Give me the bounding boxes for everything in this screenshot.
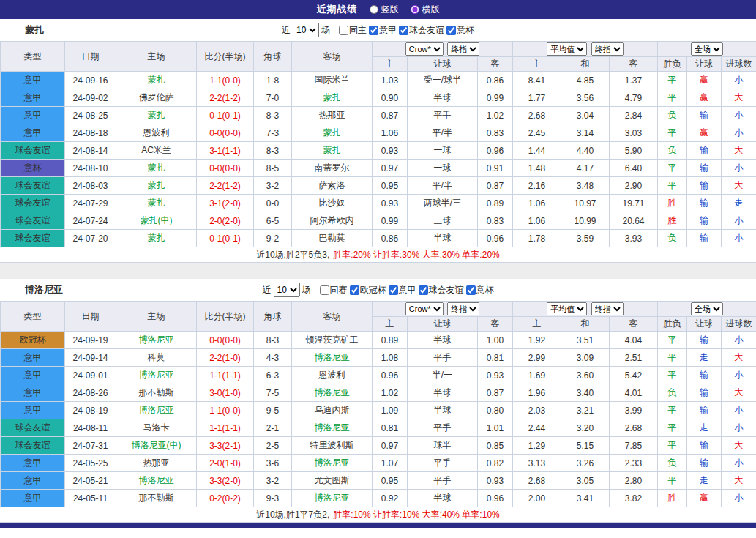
- match-score[interactable]: 3-1(2-0): [197, 195, 254, 212]
- outcome-result: 平: [658, 332, 687, 349]
- away-team[interactable]: 恩波利: [292, 367, 373, 384]
- away-team[interactable]: 博洛尼亚: [292, 455, 373, 472]
- match-score[interactable]: 2-0(2-0): [197, 212, 254, 230]
- home-team[interactable]: 蒙扎: [116, 107, 197, 124]
- away-team[interactable]: 乌迪内斯: [292, 402, 373, 419]
- away-team[interactable]: 博洛尼亚: [292, 490, 373, 507]
- serie-a-checkbox[interactable]: [369, 26, 378, 35]
- home-team[interactable]: 蒙扎(中): [116, 212, 197, 230]
- match-score[interactable]: 2-2(1-0): [197, 349, 254, 367]
- view-horizontal-input[interactable]: [411, 5, 419, 14]
- col-score: 比分(半场): [197, 302, 254, 332]
- away-team[interactable]: 博洛尼亚: [292, 419, 373, 437]
- away-team[interactable]: 阿尔希欧内: [292, 212, 373, 230]
- avg-stage-select[interactable]: 终指: [591, 302, 624, 315]
- away-team[interactable]: 热那亚: [292, 107, 373, 124]
- away-team[interactable]: 比沙奴: [292, 195, 373, 212]
- goals-result: 小: [722, 212, 756, 230]
- away-team[interactable]: 南蒂罗尔: [292, 160, 373, 177]
- home-team[interactable]: 佛罗伦萨: [116, 89, 197, 107]
- corner-score: 6-5: [254, 212, 292, 230]
- italy-cup-checkbox[interactable]: [446, 26, 456, 35]
- home-team[interactable]: AC米兰: [116, 142, 197, 160]
- serie-a-checkbox[interactable]: [389, 285, 398, 295]
- serie-a-filter[interactable]: 意甲: [369, 24, 397, 37]
- away-team[interactable]: 蒙扎: [292, 124, 373, 142]
- same-home-checkbox[interactable]: [339, 26, 348, 35]
- away-team[interactable]: 尤文图斯: [292, 472, 373, 490]
- avg-stage-select[interactable]: 终指: [591, 42, 624, 56]
- club-friendly-checkbox[interactable]: [419, 285, 428, 295]
- match-count-select[interactable]: 10: [274, 283, 300, 297]
- match-score[interactable]: 2-2(1-2): [197, 89, 254, 107]
- fulltime-select[interactable]: 全场: [691, 302, 723, 315]
- match-score[interactable]: 0-0(0-0): [197, 160, 254, 177]
- avg-select[interactable]: 平均值: [547, 302, 587, 315]
- home-team[interactable]: 博洛尼亚: [116, 402, 197, 419]
- home-team[interactable]: 博洛尼亚: [116, 332, 197, 349]
- same-competition-filter[interactable]: 同赛: [320, 284, 348, 296]
- home-team[interactable]: 那不勒斯: [116, 384, 197, 402]
- home-team[interactable]: 恩波利: [116, 124, 197, 142]
- away-team[interactable]: 特里波利斯: [292, 437, 373, 455]
- odds-stage-select[interactable]: 终指: [447, 42, 479, 56]
- italy-cup-checkbox[interactable]: [466, 285, 476, 295]
- home-team[interactable]: 博洛尼亚: [116, 367, 197, 384]
- home-team[interactable]: 博洛尼亚(中): [116, 437, 197, 455]
- match-score[interactable]: 3-3(2-0): [197, 472, 254, 490]
- view-vertical-option[interactable]: 竖版: [370, 4, 399, 16]
- odds-stage-select[interactable]: 终指: [447, 302, 479, 315]
- avg-select[interactable]: 平均值: [547, 42, 587, 56]
- away-team[interactable]: 国际米兰: [292, 72, 373, 89]
- home-team[interactable]: 蒙扎: [116, 72, 197, 89]
- match-score[interactable]: 1-1(0-0): [197, 72, 254, 89]
- away-team[interactable]: 顿涅茨克矿工: [292, 332, 373, 349]
- club-friendly-filter[interactable]: 球会友谊: [419, 284, 464, 296]
- away-team[interactable]: 蒙扎: [292, 89, 373, 107]
- outcome-result: 平: [658, 349, 687, 367]
- match-count-select[interactable]: 10: [293, 23, 319, 37]
- match-score[interactable]: 0-0(0-0): [197, 332, 254, 349]
- bookmaker-select[interactable]: Crow*: [405, 42, 444, 56]
- match-score[interactable]: 3-3(2-1): [197, 437, 254, 455]
- away-team[interactable]: 蒙扎: [292, 142, 373, 160]
- match-score[interactable]: 0-1(0-1): [197, 107, 254, 124]
- home-team[interactable]: 热那亚: [116, 455, 197, 472]
- match-score[interactable]: 0-1(0-1): [197, 230, 254, 247]
- away-team[interactable]: 萨索洛: [292, 177, 373, 195]
- italy-cup-filter[interactable]: 意杯: [466, 284, 494, 296]
- home-team[interactable]: 科莫: [116, 349, 197, 367]
- match-score[interactable]: 2-0(1-0): [197, 455, 254, 472]
- same-home-filter[interactable]: 同主: [339, 24, 367, 37]
- champions-league-filter[interactable]: 欧冠杯: [350, 284, 386, 296]
- fulltime-select[interactable]: 全场: [691, 42, 723, 56]
- serie-a-filter[interactable]: 意甲: [389, 284, 416, 296]
- view-vertical-input[interactable]: [370, 5, 378, 14]
- away-team[interactable]: 博洛尼亚: [292, 349, 373, 367]
- home-team[interactable]: 蒙扎: [116, 195, 197, 212]
- view-horizontal-option[interactable]: 横版: [411, 4, 440, 16]
- home-team[interactable]: 那不勒斯: [116, 490, 197, 507]
- match-score[interactable]: 1-1(0-0): [197, 402, 254, 419]
- away-team[interactable]: 博洛尼亚: [292, 384, 373, 402]
- match-score[interactable]: 0-0(0-0): [197, 124, 254, 142]
- home-team[interactable]: 蒙扎: [116, 160, 197, 177]
- club-friendly-checkbox[interactable]: [399, 26, 408, 35]
- italy-cup-filter[interactable]: 意杯: [446, 24, 474, 37]
- match-score[interactable]: 1-1(1-1): [197, 367, 254, 384]
- club-friendly-filter[interactable]: 球会友谊: [399, 24, 444, 37]
- home-team[interactable]: 博洛尼亚: [116, 472, 197, 490]
- away-team[interactable]: 巴勒莫: [292, 230, 373, 247]
- match-score[interactable]: 1-1(1-1): [197, 419, 254, 437]
- champions-league-checkbox[interactable]: [350, 285, 359, 295]
- goals-result: 小: [722, 107, 756, 124]
- match-score[interactable]: 3-1(1-1): [197, 142, 254, 160]
- home-team[interactable]: 蒙扎: [116, 177, 197, 195]
- match-score[interactable]: 3-0(1-0): [197, 384, 254, 402]
- bookmaker-select[interactable]: Crow*: [405, 302, 444, 315]
- match-score[interactable]: 2-2(1-2): [197, 177, 254, 195]
- home-team[interactable]: 蒙扎: [116, 230, 197, 247]
- home-team[interactable]: 马洛卡: [116, 419, 197, 437]
- same-competition-checkbox[interactable]: [320, 285, 329, 295]
- match-score[interactable]: 0-2(0-2): [197, 490, 254, 507]
